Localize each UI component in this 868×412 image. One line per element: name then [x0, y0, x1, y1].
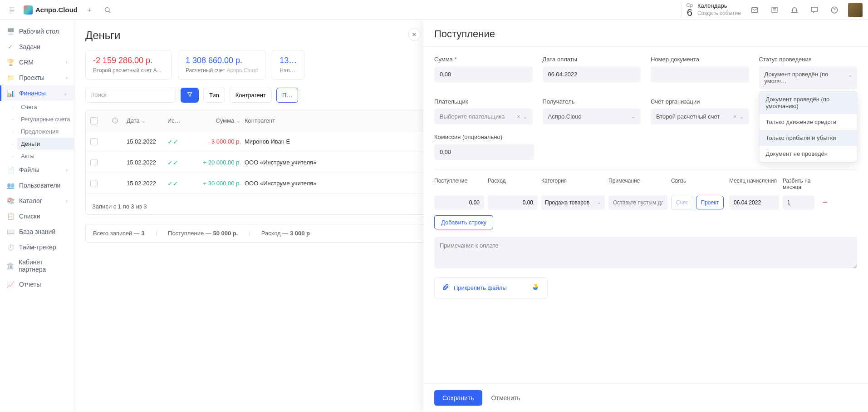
- split-col-category: Категория: [541, 178, 605, 191]
- balance-card[interactable]: 1 308 660,00 р. Расчетный счет Аспро.Clo…: [178, 50, 265, 79]
- sidebar: 🖥️Рабочий стол ✓Задачи 🏆CRM› 📁Проекты› 📊…: [0, 20, 74, 412]
- chat-icon[interactable]: [808, 4, 821, 16]
- row-checkbox[interactable]: [90, 138, 98, 145]
- row-checkbox[interactable]: [90, 180, 98, 187]
- sidebar-item-users[interactable]: 👥Пользователи: [0, 178, 74, 193]
- bell-icon[interactable]: [788, 4, 801, 16]
- split-category-select[interactable]: Продажа товаров⌄: [541, 195, 605, 210]
- payer-select[interactable]: Выберите плательщика ×⌄: [434, 109, 533, 124]
- link-invoice-button[interactable]: Счет: [671, 196, 693, 209]
- receiver-select[interactable]: Аспро.Cloud ⌄: [543, 109, 641, 124]
- amount-label: Сумма *: [434, 56, 533, 63]
- commission-label: Комиссия (опционально): [434, 134, 534, 140]
- type-filter[interactable]: Тип: [203, 88, 225, 103]
- split-note-input[interactable]: [608, 195, 667, 210]
- sidebar-item-lists[interactable]: 📋Списки: [0, 208, 74, 224]
- sidebar-item-partner[interactable]: 🏛️Кабинет партнера: [0, 255, 74, 277]
- dropdown-option[interactable]: Только прибыли и убытки: [760, 130, 857, 146]
- cancel-button[interactable]: Отменить: [491, 394, 520, 402]
- org-account-label: Счёт организации: [651, 98, 749, 105]
- attach-files[interactable]: Прикрепить файлы: [434, 277, 548, 298]
- chevron-down-icon: ⌄: [63, 90, 68, 96]
- sidebar-item-reports[interactable]: 📈Отчеты: [0, 277, 74, 292]
- split-accrual-input[interactable]: [729, 195, 779, 210]
- notes-textarea[interactable]: [434, 237, 857, 268]
- dropdown-option[interactable]: Документ проведён (по умолчанию): [760, 91, 857, 114]
- select-all-checkbox[interactable]: [90, 117, 98, 124]
- sidebar-item-crm[interactable]: 🏆CRM›: [0, 55, 74, 70]
- sidebar-item-catalog[interactable]: 📚Каталог›: [0, 193, 74, 208]
- row-checkbox[interactable]: [90, 159, 98, 166]
- calendar-subtitle: Создать событие: [697, 10, 741, 17]
- counterparty-filter[interactable]: Контрагент: [230, 88, 272, 103]
- filter-button[interactable]: [181, 88, 199, 103]
- status-dropdown: Документ проведён (по умолчанию) Только …: [759, 91, 858, 162]
- col-date[interactable]: Дата ⌄: [127, 117, 167, 124]
- calendar-widget[interactable]: Ср 6 Календарь Создать событие: [682, 2, 741, 18]
- doc-number-label: Номер документа: [651, 56, 749, 63]
- clear-icon[interactable]: ×: [733, 113, 737, 120]
- avatar[interactable]: [848, 3, 863, 17]
- col-amount[interactable]: Сумма ⌄: [195, 117, 245, 124]
- mail-icon[interactable]: [748, 4, 761, 16]
- sidebar-subitem-money[interactable]: Деньги: [17, 138, 74, 150]
- chevron-down-icon: ⌄: [523, 114, 527, 119]
- split-income-input[interactable]: [434, 195, 484, 210]
- sidebar-item-projects[interactable]: 📁Проекты›: [0, 70, 74, 85]
- search-input[interactable]: Поиск: [85, 88, 176, 103]
- chevron-up-icon: ˄: [849, 75, 852, 81]
- topbar: ☰ Аспро.Cloud + Ср 6 Календарь Создать с…: [0, 0, 868, 20]
- remove-row-icon[interactable]: −: [818, 198, 832, 207]
- search-icon[interactable]: [101, 4, 114, 16]
- payer-label: Плательщик: [434, 98, 533, 105]
- app-name: Аспро.Cloud: [35, 6, 78, 14]
- status-label: Статус проведения: [759, 56, 858, 63]
- sidebar-subitem-acts[interactable]: Акты: [17, 150, 74, 162]
- link-project-button[interactable]: Проект: [696, 196, 724, 209]
- help-icon[interactable]: [828, 4, 841, 16]
- balance-card[interactable]: 13… Нал…: [272, 50, 304, 79]
- split-col-link: Связь: [671, 178, 726, 191]
- clear-icon[interactable]: ×: [517, 113, 520, 120]
- google-drive-icon[interactable]: [531, 283, 540, 293]
- amount-input[interactable]: [434, 66, 533, 82]
- add-row-button[interactable]: Добавить строку: [434, 215, 493, 229]
- col-source[interactable]: Ис…: [167, 117, 195, 124]
- plus-icon[interactable]: +: [83, 4, 96, 16]
- sidebar-subitem-invoices[interactable]: Счета: [17, 101, 74, 113]
- sidebar-item-tasks[interactable]: ✓Задачи: [0, 39, 74, 55]
- split-months-input[interactable]: [783, 195, 814, 210]
- sidebar-item-desktop[interactable]: 🖥️Рабочий стол: [0, 24, 74, 39]
- info-icon: ⓘ: [108, 114, 121, 127]
- doc-number-input[interactable]: [651, 66, 749, 82]
- paperclip-icon: [442, 283, 449, 292]
- col-counterparty[interactable]: Контрагент: [245, 117, 326, 124]
- sidebar-subitem-recurring[interactable]: Регулярные счета: [17, 113, 74, 125]
- close-icon[interactable]: ✕: [408, 28, 421, 41]
- payment-date-label: Дата оплаты: [543, 56, 641, 63]
- status-select[interactable]: Документ проведён (по умолч… ˄ Документ …: [759, 66, 858, 89]
- note-icon[interactable]: [768, 4, 781, 16]
- chevron-down-icon: ⌄: [740, 114, 744, 119]
- sidebar-subitem-offers[interactable]: Предложения: [17, 125, 74, 138]
- commission-input[interactable]: [434, 144, 534, 160]
- sidebar-item-finance[interactable]: 📊Финансы⌄: [0, 85, 74, 101]
- sidebar-item-timetracker[interactable]: ⏱️Тайм-трекер: [0, 239, 74, 255]
- org-account-select[interactable]: Второй расчетный счет ×⌄: [651, 109, 749, 124]
- save-button[interactable]: Сохранить: [434, 390, 482, 406]
- app-logo[interactable]: Аспро.Cloud: [24, 5, 78, 15]
- period-filter[interactable]: П…: [276, 88, 298, 103]
- chevron-right-icon: ›: [66, 74, 68, 81]
- card-subtitle: Нал…: [280, 67, 297, 74]
- balance-card[interactable]: -2 159 286,00 р. Второй расчетный счет А…: [85, 50, 172, 79]
- sidebar-item-knowledge[interactable]: 📖База знаний: [0, 224, 74, 239]
- logo-icon: [24, 5, 33, 15]
- card-value: -2 159 286,00 р.: [93, 56, 164, 65]
- payment-date-input[interactable]: [543, 66, 641, 82]
- dropdown-option[interactable]: Документ не проведён: [760, 146, 857, 162]
- menu-toggle-icon[interactable]: ☰: [5, 4, 18, 16]
- card-value: 1 308 660,00 р.: [186, 56, 258, 65]
- sidebar-item-files[interactable]: 📄Файлы›: [0, 162, 74, 178]
- dropdown-option[interactable]: Только движение средств: [760, 114, 857, 130]
- split-expense-input[interactable]: [488, 195, 538, 210]
